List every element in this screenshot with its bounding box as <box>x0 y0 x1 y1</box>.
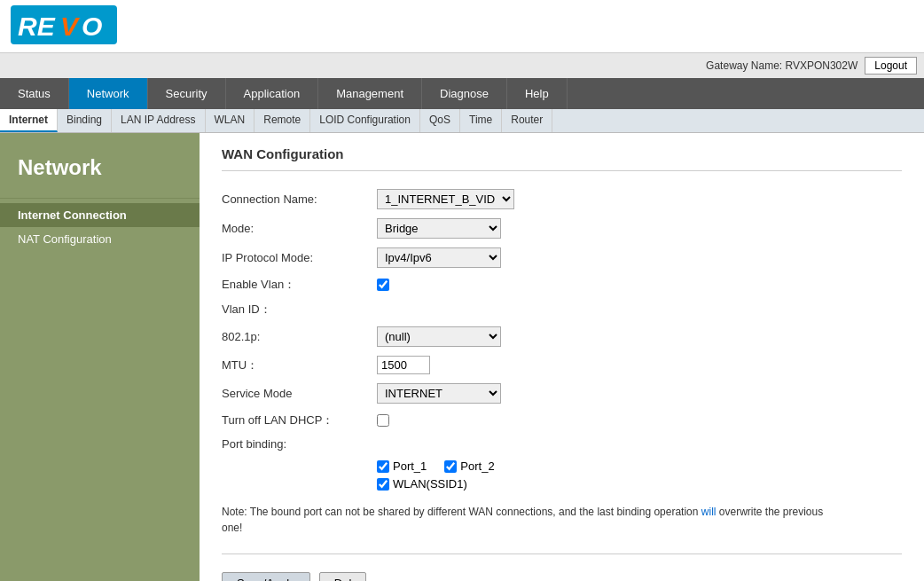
nav-item-network[interactable]: Network <box>69 78 148 109</box>
svg-text:V: V <box>60 12 81 41</box>
note-highlight: will <box>701 506 716 518</box>
note-before: Note: The bound port can not be shared b… <box>222 506 701 518</box>
service-mode-row: Service Mode INTERNET TR069 VOIP OTHER <box>222 383 902 404</box>
wlan-item: WLAN(SSID1) <box>377 477 467 491</box>
dot802-select[interactable]: (null) 0 1 2 <box>377 326 501 347</box>
content: WAN Configuration Connection Name: 1_INT… <box>200 133 924 581</box>
sub-nav-router[interactable]: Router <box>502 109 552 132</box>
sub-nav-binding[interactable]: Binding <box>58 109 112 132</box>
sub-nav: Internet Binding LAN IP Address WLAN Rem… <box>0 109 924 133</box>
vlan-id-row: Vlan ID： <box>222 302 902 318</box>
mtu-label: MTU： <box>222 357 377 373</box>
connection-name-row: Connection Name: 1_INTERNET_B_VID <box>222 189 902 209</box>
service-mode-select[interactable]: INTERNET TR069 VOIP OTHER <box>377 383 501 404</box>
enable-vlan-row: Enable Vlan： <box>222 277 902 293</box>
svg-text:RE: RE <box>18 12 56 41</box>
ip-protocol-label: IP Protocol Mode: <box>222 251 377 264</box>
nav-item-status[interactable]: Status <box>0 78 69 109</box>
vlan-id-label: Vlan ID： <box>222 302 377 318</box>
sub-nav-lan-ip[interactable]: LAN IP Address <box>112 109 206 132</box>
mtu-input[interactable] <box>377 356 430 374</box>
gateway-bar: Gateway Name: RVXPON302W Logout <box>0 53 924 78</box>
gateway-name: Gateway Name: RVXPON302W <box>706 59 857 72</box>
button-row: Save/Apply Del <box>222 572 902 581</box>
mode-select[interactable]: Bridge PPPoE IPoE Static IP <box>377 218 501 239</box>
layout: Network Internet Connection NAT Configur… <box>0 133 924 581</box>
sidebar-item-internet-connection[interactable]: Internet Connection <box>0 203 200 227</box>
port1-label: Port_1 <box>393 459 427 473</box>
dot802-row: 802.1p: (null) 0 1 2 <box>222 326 902 347</box>
sub-nav-loid[interactable]: LOID Configuration <box>310 109 420 132</box>
port-binding-label-row: Port binding: <box>222 437 902 451</box>
bottom-divider <box>222 554 902 554</box>
logo: RE V O <box>11 5 117 47</box>
port2-checkbox[interactable] <box>444 460 457 473</box>
nav-item-management[interactable]: Management <box>318 78 422 109</box>
enable-vlan-checkbox[interactable] <box>377 279 389 291</box>
header: RE V O <box>0 0 924 53</box>
turn-off-dhcp-row: Turn off LAN DHCP： <box>222 412 902 428</box>
sub-nav-internet[interactable]: Internet <box>0 109 58 132</box>
turn-off-dhcp-label: Turn off LAN DHCP： <box>222 412 377 428</box>
nav-item-help[interactable]: Help <box>507 78 568 109</box>
enable-vlan-label: Enable Vlan： <box>222 277 377 293</box>
service-mode-label: Service Mode <box>222 387 377 400</box>
ip-protocol-select[interactable]: Ipv4/Ipv6 Ipv4 Ipv6 <box>377 247 501 268</box>
del-button[interactable]: Del <box>319 572 367 581</box>
sub-nav-remote[interactable]: Remote <box>254 109 310 132</box>
ip-protocol-row: IP Protocol Mode: Ipv4/Ipv6 Ipv4 Ipv6 <box>222 247 902 268</box>
port-binding-row-1: Port_1 Port_2 <box>377 459 902 473</box>
sidebar-item-nat-configuration[interactable]: NAT Configuration <box>0 227 200 251</box>
sub-nav-wlan[interactable]: WLAN <box>206 109 255 132</box>
logout-button[interactable]: Logout <box>865 57 917 75</box>
sub-nav-qos[interactable]: QoS <box>420 109 460 132</box>
mode-label: Mode: <box>222 222 377 235</box>
wlan-label: WLAN(SSID1) <box>393 477 467 491</box>
save-apply-button[interactable]: Save/Apply <box>222 572 310 581</box>
port-binding-section: Port_1 Port_2 WLAN(SSID1) <box>377 459 902 491</box>
port2-label: Port_2 <box>460 459 494 473</box>
wlan-checkbox[interactable] <box>377 478 389 491</box>
turn-off-dhcp-checkbox[interactable] <box>377 414 389 427</box>
page-title: WAN Configuration <box>222 146 902 161</box>
nav-item-security[interactable]: Security <box>148 78 226 109</box>
mode-row: Mode: Bridge PPPoE IPoE Static IP <box>222 218 902 239</box>
sidebar-divider <box>0 198 200 199</box>
nav-item-diagnose[interactable]: Diagnose <box>422 78 507 109</box>
port1-checkbox[interactable] <box>377 460 389 473</box>
connection-name-select[interactable]: 1_INTERNET_B_VID <box>377 189 514 209</box>
sub-nav-time[interactable]: Time <box>460 109 502 132</box>
mtu-row: MTU： <box>222 356 902 374</box>
port1-item: Port_1 <box>377 459 427 473</box>
port-binding-row-2: WLAN(SSID1) <box>377 477 902 491</box>
top-divider <box>222 170 902 171</box>
connection-name-label: Connection Name: <box>222 192 377 206</box>
svg-text:O: O <box>82 12 102 41</box>
nav-item-application[interactable]: Application <box>226 78 319 109</box>
port2-item: Port_2 <box>444 459 494 473</box>
main-nav: Status Network Security Application Mana… <box>0 78 924 109</box>
sidebar: Network Internet Connection NAT Configur… <box>0 133 200 581</box>
dot802-label: 802.1p: <box>222 330 377 343</box>
port-binding-label: Port binding: <box>222 437 377 451</box>
note-text: Note: The bound port can not be shared b… <box>222 504 825 536</box>
sidebar-title: Network <box>0 142 200 193</box>
